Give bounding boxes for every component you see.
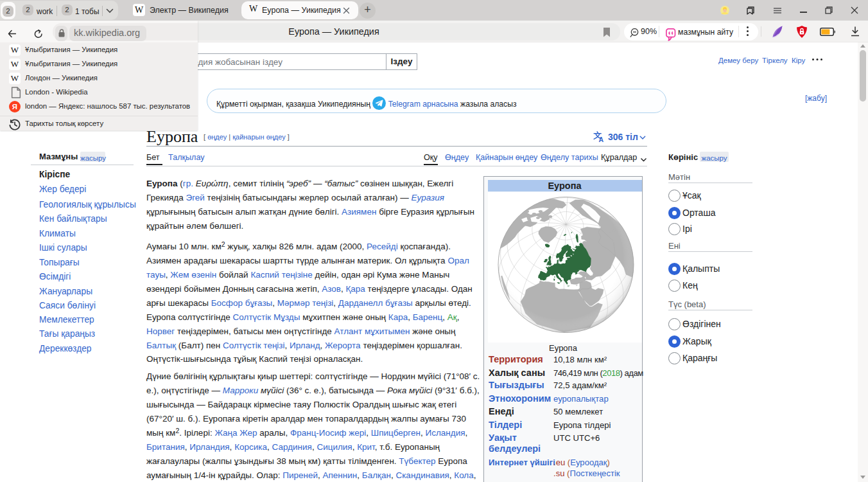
svg-text:Я: Я <box>12 103 17 111</box>
svg-text:A: A <box>598 136 603 143</box>
